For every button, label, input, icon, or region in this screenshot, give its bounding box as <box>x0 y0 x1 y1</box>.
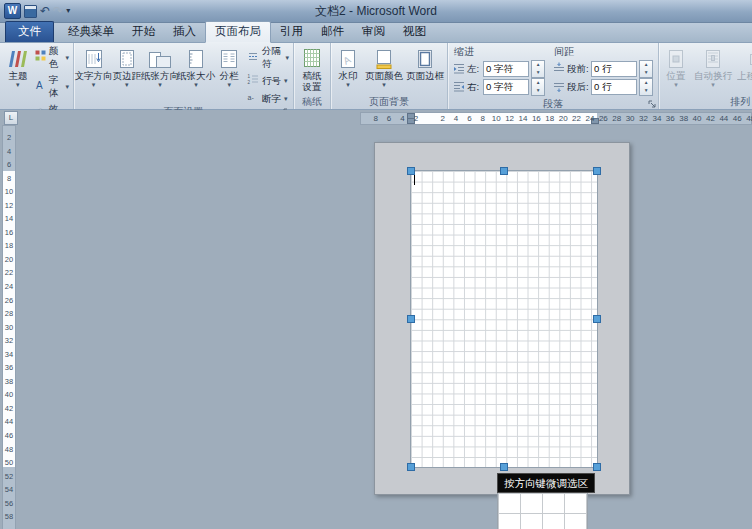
line-numbers-button[interactable]: 12 行号 ▾ <box>247 73 289 88</box>
indent-left-label: 左: <box>467 63 481 76</box>
spin-down-icon[interactable]: ▾ <box>532 87 544 95</box>
tab-insert[interactable]: 插入 <box>164 22 205 42</box>
chevron-down-icon: ▾ <box>674 81 678 88</box>
tab-classic-menu[interactable]: 经典菜单 <box>59 22 123 42</box>
indent-left-input[interactable]: 0 字符 <box>483 61 529 77</box>
chevron-down-icon: ▾ <box>158 81 162 88</box>
spin-down-icon[interactable]: ▾ <box>640 69 652 77</box>
group-label-manuscript: 稿纸 <box>296 96 328 109</box>
breaks-icon <box>247 50 259 65</box>
spin-up-icon[interactable]: ▴ <box>532 61 544 69</box>
drawing-canvas-grid[interactable] <box>410 170 598 468</box>
button-label: 稿纸设置 <box>299 70 325 92</box>
wrap-text-button[interactable]: 自动换行 ▾ <box>692 44 734 96</box>
breaks-button[interactable]: 分隔符 ▾ <box>247 44 289 70</box>
position-button[interactable]: 位置 ▾ <box>661 44 691 96</box>
indent-right-input[interactable]: 0 字符 <box>483 79 529 95</box>
selection-handle[interactable] <box>407 315 415 323</box>
page-color-button[interactable]: 页面颜色 ▾ <box>364 44 404 96</box>
theme-fonts-button[interactable]: A 字体 ▾ <box>35 73 69 99</box>
chevron-down-icon: ▾ <box>66 80 70 93</box>
tab-mailings[interactable]: 邮件 <box>312 22 353 42</box>
page-color-icon <box>373 47 395 70</box>
vertical-ruler[interactable]: 2468101214161820222426283032343638404244… <box>2 125 16 529</box>
indent-header: 缩进 <box>454 45 545 59</box>
tab-references[interactable]: 引用 <box>271 22 312 42</box>
button-label: 分栏 <box>220 70 239 81</box>
button-label: 水印 <box>339 70 358 81</box>
paper-size-icon <box>185 47 207 70</box>
spacing-after-stepper[interactable]: ▴▾ <box>639 78 653 96</box>
chevron-down-icon: ▾ <box>382 81 386 88</box>
spin-up-icon[interactable]: ▴ <box>532 79 544 87</box>
button-label: 行号 <box>262 74 281 87</box>
undo-icon[interactable]: ↶ <box>40 4 50 18</box>
tab-view[interactable]: 视图 <box>394 22 435 42</box>
qat-customize-dropdown-icon[interactable]: ▾ <box>66 4 70 18</box>
indent-left-stepper[interactable]: ▴▾ <box>531 60 545 78</box>
spin-up-icon[interactable]: ▴ <box>640 61 652 69</box>
tab-stop-selector[interactable]: L <box>4 111 18 125</box>
group-paragraph: 缩进 左: 0 字符 ▴▾ 右: 0 字符 ▴▾ 间距 <box>448 43 659 109</box>
selection-handle[interactable] <box>407 167 415 175</box>
indent-right-stepper[interactable]: ▴▾ <box>531 78 545 96</box>
selection-handle[interactable] <box>593 315 601 323</box>
svg-text:2: 2 <box>247 80 250 85</box>
theme-fonts-icon: A <box>35 79 46 93</box>
page-borders-button[interactable]: 页面边框 <box>405 44 445 96</box>
bring-forward-button[interactable]: 上移一层 ▾ <box>735 44 752 96</box>
watermark-icon: A <box>337 47 359 70</box>
margins-button[interactable]: 页边距 ▾ <box>112 44 141 106</box>
tab-page-layout[interactable]: 页面布局 <box>205 21 271 43</box>
word-logo-icon[interactable]: W <box>4 3 21 19</box>
spacing-before-input[interactable]: 0 行 <box>591 61 637 77</box>
selection-handle[interactable] <box>593 463 601 471</box>
theme-colors-button[interactable]: 颜色 ▾ <box>35 44 69 70</box>
indent-right-label: 右: <box>467 81 481 94</box>
button-label: 纸张方向 <box>141 70 179 81</box>
document-area[interactable]: 2468101214161820222426283032343638404244… <box>0 125 752 529</box>
selection-tooltip: 按方向键微调选区 <box>497 473 595 493</box>
chevron-down-icon: ▾ <box>284 92 288 105</box>
spacing-header: 间距 <box>554 45 653 59</box>
columns-icon <box>218 47 240 70</box>
manuscript-setup-button[interactable]: 稿纸设置 <box>296 44 328 96</box>
save-icon[interactable] <box>24 5 37 18</box>
horizontal-ruler[interactable]: 8642246810121416182022242628303234363840… <box>360 112 752 125</box>
group-manuscript: 稿纸设置 稿纸 <box>294 43 331 109</box>
tab-review[interactable]: 审阅 <box>353 22 394 42</box>
wrap-text-icon <box>702 47 724 70</box>
spacing-before-label: 段前: <box>567 63 589 76</box>
tab-file[interactable]: 文件 <box>5 21 54 42</box>
redo-icon[interactable]: ↷ <box>53 4 63 18</box>
tab-home[interactable]: 开始 <box>123 22 164 42</box>
columns-button[interactable]: 分栏 ▾ <box>214 44 243 106</box>
spacing-after-input[interactable]: 0 行 <box>591 79 637 95</box>
theme-colors-icon <box>35 50 46 64</box>
selection-handle[interactable] <box>500 167 508 175</box>
hyphenation-button[interactable]: a- 断字 ▾ <box>247 91 289 106</box>
chevron-down-icon: ▾ <box>194 81 198 88</box>
spin-down-icon[interactable]: ▾ <box>532 69 544 77</box>
button-label: 页面颜色 <box>365 70 403 81</box>
spacing-before-stepper[interactable]: ▴▾ <box>639 60 653 78</box>
spin-down-icon[interactable]: ▾ <box>640 87 652 95</box>
indent-column: 缩进 左: 0 字符 ▴▾ 右: 0 字符 ▴▾ <box>453 45 545 97</box>
themes-icon <box>6 47 30 70</box>
group-label-arrange: 排列 <box>661 96 752 109</box>
selection-handle[interactable] <box>500 463 508 471</box>
selection-handle[interactable] <box>407 463 415 471</box>
indent-right-icon <box>453 78 465 96</box>
chevron-down-icon: ▾ <box>125 81 129 88</box>
watermark-button[interactable]: A 水印 ▾ <box>333 44 363 96</box>
orientation-button[interactable]: 纸张方向 ▾ <box>142 44 177 106</box>
word-application-window: W ↶ ↷ ▾ 文档2 - Microsoft Word 文件 经典菜单 开始 … <box>0 0 752 529</box>
chevron-down-icon: ▾ <box>286 51 290 64</box>
paper-size-button[interactable]: 纸张大小 ▾ <box>178 44 213 106</box>
spin-up-icon[interactable]: ▴ <box>640 79 652 87</box>
selection-handle[interactable] <box>593 167 601 175</box>
window-title: 文档2 - Microsoft Word <box>0 3 752 20</box>
text-direction-button[interactable]: 文字方向 ▾ <box>76 44 111 106</box>
text-direction-icon <box>83 47 105 70</box>
document-page[interactable] <box>374 142 630 495</box>
